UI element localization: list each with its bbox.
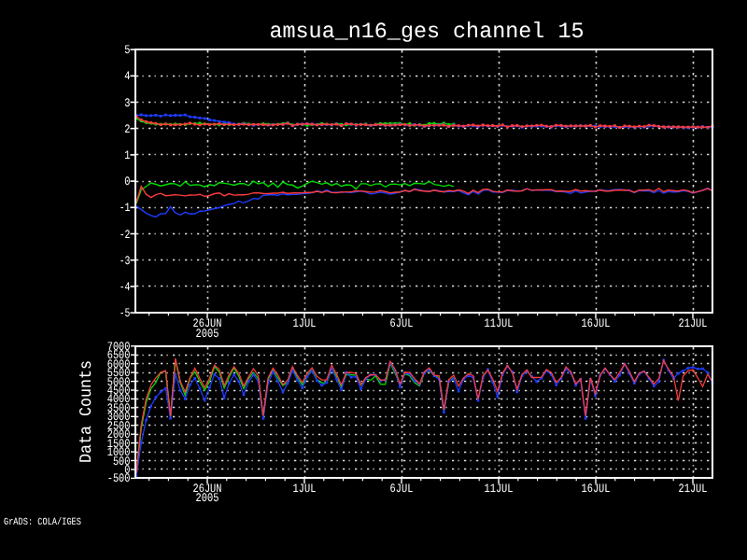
svg-text:16JUL: 16JUL	[582, 482, 611, 496]
svg-text:-4: -4	[120, 280, 131, 294]
svg-text:21JUL: 21JUL	[679, 482, 708, 496]
svg-text:-2: -2	[120, 228, 131, 242]
svg-text:11JUL: 11JUL	[485, 482, 514, 496]
svg-text:3: 3	[124, 96, 130, 110]
svg-text:21JUL: 21JUL	[679, 316, 708, 330]
svg-text:6JUL: 6JUL	[390, 482, 414, 496]
svg-text:2: 2	[124, 122, 130, 136]
svg-text:6JUL: 6JUL	[390, 316, 414, 330]
svg-text:amsua_n16_ges channel 15: amsua_n16_ges channel 15	[270, 20, 585, 45]
svg-text:4: 4	[124, 69, 130, 83]
svg-text:-500: -500	[107, 471, 131, 485]
svg-text:0: 0	[124, 175, 130, 189]
svg-text:GrADS: COLA/IGES: GrADS: COLA/IGES	[4, 517, 81, 528]
svg-text:1JUL: 1JUL	[293, 316, 317, 330]
svg-text:-3: -3	[120, 254, 131, 268]
svg-text:-5: -5	[120, 306, 131, 320]
svg-text:11JUL: 11JUL	[485, 316, 514, 330]
svg-text:1JUL: 1JUL	[293, 482, 317, 496]
svg-text:5: 5	[124, 43, 130, 57]
svg-text:-1: -1	[120, 201, 131, 215]
svg-text:1: 1	[124, 148, 130, 162]
svg-text:16JUL: 16JUL	[582, 316, 611, 330]
svg-text:2005: 2005	[196, 491, 219, 505]
svg-text:2005: 2005	[196, 327, 219, 341]
svg-text:Data Counts: Data Counts	[78, 360, 96, 463]
